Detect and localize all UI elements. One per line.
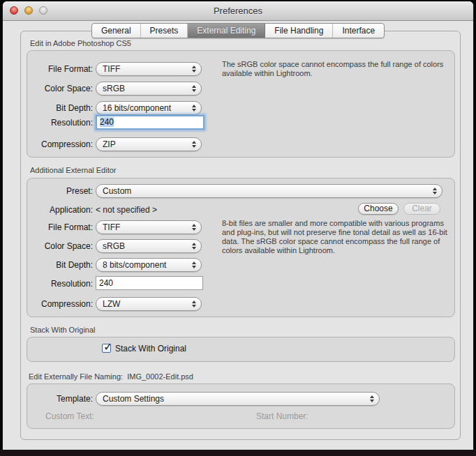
popup-arrows-icon [370, 395, 374, 402]
tab-bar: General Presets External Editing File Ha… [3, 23, 473, 38]
ps-color-space-label: Color Space: [28, 84, 93, 93]
ps-bit-depth-row: Bit Depth: 16 bits/component [28, 101, 455, 116]
preferences-window: Preferences General Presets External Edi… [3, 1, 473, 450]
tab-presets[interactable]: Presets [141, 24, 188, 38]
desktop-background [0, 450, 476, 456]
ps-color-space-select[interactable]: sRGB [96, 82, 202, 96]
ae-application-row: Application: < not specified > Choose Cl… [28, 203, 455, 218]
tab-external-editing[interactable]: External Editing [188, 24, 265, 38]
ae-preset-select[interactable]: Custom [96, 184, 442, 198]
ae-resolution-input[interactable]: 240 [96, 276, 203, 290]
template-row: Template: Custom Settings [28, 392, 455, 407]
template-label: Template: [28, 394, 93, 404]
ps-compression-select[interactable]: ZIP [96, 137, 202, 151]
popup-arrows-icon [192, 261, 196, 268]
popup-arrows-icon [192, 224, 196, 231]
tab-general[interactable]: General [92, 24, 141, 38]
stack-with-original-checkbox[interactable]: ✓ [102, 344, 111, 353]
stack-checkbox-label: Stack With Original [115, 344, 186, 354]
ae-file-format-label: File Format: [28, 222, 93, 232]
popup-arrows-icon [192, 105, 196, 112]
ae-bit-depth-row: Bit Depth: 8 bits/component [28, 258, 455, 273]
stack-checkbox-row: ✓ Stack With Original [102, 343, 476, 358]
popup-arrows-icon [192, 85, 196, 92]
ae-file-format-select[interactable]: TIFF [96, 220, 202, 234]
ps-resolution-row: Resolution: 240 [28, 115, 455, 130]
popup-arrows-icon [192, 66, 196, 73]
naming-section-title: Edit Externally File Naming: IMG_0002-Ed… [29, 372, 193, 381]
template-select[interactable]: Custom Settings [96, 392, 380, 406]
ps-compression-label: Compression: [28, 139, 93, 149]
popup-arrows-icon [192, 141, 196, 148]
naming-disabled-labels-row: Custom Text: Start Number: [28, 411, 455, 427]
ps-help-text: The sRGB color space cannot encompass th… [222, 60, 451, 78]
ae-resolution-label: Resolution: [28, 279, 93, 289]
ps-resolution-label: Resolution: [28, 118, 93, 128]
popup-arrows-icon [192, 301, 196, 307]
clear-button: Clear [403, 203, 440, 215]
tab-interface[interactable]: Interface [333, 24, 384, 38]
ps-file-format-select[interactable]: TIFF [96, 62, 202, 76]
checkmark-icon: ✓ [103, 340, 112, 354]
ae-color-space-select[interactable]: sRGB [96, 239, 202, 253]
start-number-label: Start Number: [256, 411, 308, 421]
ae-bit-depth-label: Bit Depth: [28, 260, 93, 270]
ps-color-space-row: Color Space: sRGB [28, 82, 455, 97]
popup-arrows-icon [433, 188, 437, 195]
ae-compression-label: Compression: [28, 299, 93, 309]
ps-bit-depth-select[interactable]: 16 bits/component [96, 101, 202, 115]
ae-application-value: < not specified > [96, 205, 157, 215]
ae-bit-depth-select[interactable]: 8 bits/component [96, 258, 202, 272]
ae-help-text: 8-bit files are smaller and more compati… [222, 219, 456, 255]
popup-arrows-icon [192, 243, 196, 250]
choose-button[interactable]: Choose [358, 203, 399, 215]
ae-compression-select[interactable]: LZW [96, 297, 202, 311]
screen: Preferences General Presets External Edi… [0, 0, 476, 456]
window-title: Preferences [3, 6, 473, 16]
titlebar: Preferences [3, 1, 473, 21]
ae-resolution-row: Resolution: 240 [28, 276, 455, 291]
photoshop-section-title: Edit in Adobe Photoshop CS5 [30, 39, 131, 47]
ae-color-space-label: Color Space: [28, 241, 93, 251]
ae-application-label: Application: [28, 205, 93, 215]
additional-section-title: Additional External Editor [30, 166, 117, 174]
ps-compression-row: Compression: ZIP [28, 137, 455, 153]
ae-compression-row: Compression: LZW [28, 297, 455, 312]
stack-section-title: Stack With Original [30, 326, 96, 334]
ps-bit-depth-label: Bit Depth: [28, 103, 93, 113]
tab-segmented-control: General Presets External Editing File Ha… [91, 23, 385, 38]
custom-text-label: Custom Text: [45, 411, 94, 421]
ps-resolution-input[interactable]: 240 [96, 115, 204, 130]
ps-file-format-label: File Format: [28, 64, 93, 74]
ae-preset-row: Preset: Custom [28, 184, 455, 199]
tab-file-handling[interactable]: File Handling [265, 24, 333, 38]
ae-preset-label: Preset: [28, 186, 93, 196]
